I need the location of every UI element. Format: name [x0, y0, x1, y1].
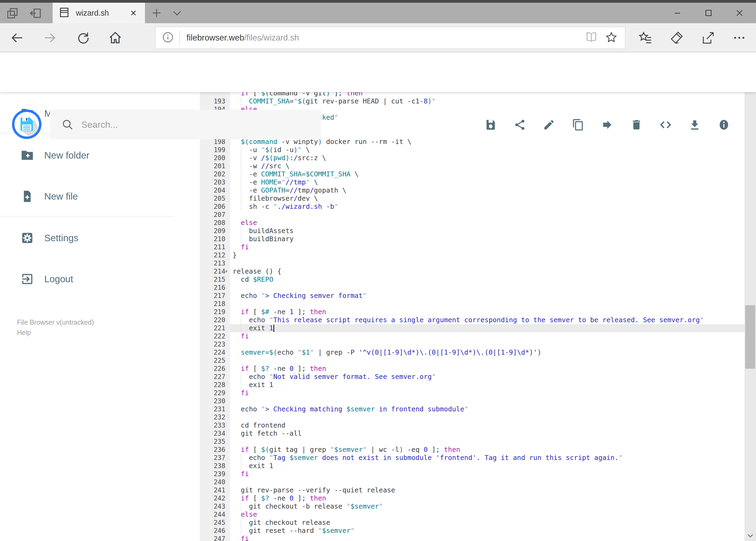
code-line[interactable]: 245 git checkout release	[200, 519, 744, 527]
code-line[interactable]: 239 fi	[200, 470, 744, 478]
code-editor[interactable]: if [ $(command -v git) ]; then193 COMMIT…	[200, 92, 744, 541]
maximize-button[interactable]	[694, 3, 723, 23]
site-info-icon[interactable]	[162, 31, 174, 45]
vertical-scrollbar[interactable]	[744, 52, 756, 541]
code-line[interactable]: 204 -e GOPATH=//tmp/gopath \	[200, 186, 744, 195]
code-line[interactable]: 200 -v /$(pwd):/src:z \	[200, 154, 744, 162]
forward-icon[interactable]	[39, 28, 61, 48]
code-line[interactable]: 241 git rev-parse --verify --quiet relea…	[200, 486, 744, 494]
tab-preview-icon[interactable]	[6, 7, 19, 19]
sidebar-item-settings[interactable]: Settings	[0, 225, 189, 251]
back-icon[interactable]	[6, 28, 28, 48]
code-line[interactable]: 207	[200, 211, 744, 219]
code-line[interactable]: 229 fi	[200, 389, 744, 397]
code-line[interactable]: 193 COMMIT_SHA="$(git rev-parse HEAD | c…	[200, 97, 744, 105]
line-number: 242	[200, 494, 225, 502]
code-line[interactable]: 203 -e HOME="//tmp" \	[200, 178, 744, 186]
web-notes-pen-icon[interactable]	[666, 28, 687, 48]
scroll-down-icon[interactable]	[744, 530, 756, 541]
code-text: if [ $? -ne 0 ]; then	[233, 494, 326, 502]
move-button[interactable]	[596, 114, 619, 136]
code-line[interactable]: 244 else	[200, 510, 744, 519]
app-version-text: File Browser v(untracked)	[17, 318, 94, 326]
set-tabs-aside-icon[interactable]	[29, 7, 42, 19]
code-line[interactable]: 208 else	[200, 219, 744, 227]
code-line[interactable]: 223	[200, 340, 744, 348]
code-line[interactable]: 235	[200, 437, 744, 446]
save-button[interactable]	[480, 114, 502, 136]
code-line[interactable]: 211 fi	[200, 243, 744, 251]
code-line[interactable]: 227 echo "Not valid semver format. See s…	[200, 373, 744, 381]
code-line[interactable]: 216	[200, 283, 744, 292]
code-line[interactable]: 201 -w //src \	[200, 162, 744, 170]
info-button[interactable]	[713, 114, 735, 136]
sidebar-item-new-folder[interactable]: New folder	[0, 142, 189, 168]
browser-tab[interactable]: wizard.sh ✕	[53, 3, 145, 23]
search-box[interactable]	[50, 110, 321, 139]
code-line[interactable]: 224 semver=$(echo "$1" | grep -P '^v(0|[…	[200, 348, 744, 356]
sidebar-item-new-file[interactable]: New file	[0, 184, 189, 209]
line-number: 237	[200, 454, 225, 462]
tab-list-chevron-icon[interactable]	[167, 3, 187, 23]
code-line[interactable]: 205 filebrowser/dev \	[200, 195, 744, 203]
code-line[interactable]: 238 exit 1	[200, 462, 744, 470]
code-line[interactable]: 209 buildAssets	[200, 227, 744, 235]
code-text: git reset --hard "$semver"	[233, 527, 355, 535]
code-line[interactable]: 219 if [ $# -ne 1 ]; then	[200, 308, 744, 316]
file-browser-logo[interactable]	[12, 109, 42, 139]
code-line[interactable]: 228 exit 1	[200, 381, 744, 389]
code-line[interactable]: 221 exit 1	[200, 324, 744, 332]
refresh-icon[interactable]	[72, 28, 94, 48]
code-line[interactable]: 230	[200, 397, 744, 405]
search-input[interactable]	[81, 119, 297, 130]
code-line[interactable]: 231 echo "> Checking matching $semver in…	[200, 405, 744, 413]
code-line[interactable]: 233 cd frontend	[200, 421, 744, 429]
fold-arrow-icon[interactable]: ▾	[225, 268, 227, 275]
code-line[interactable]: 243 git checkout -b release "$semver"	[200, 502, 744, 510]
line-number: 212	[200, 251, 225, 259]
delete-button[interactable]	[626, 114, 647, 136]
code-line[interactable]: 214▾release () {	[200, 268, 744, 275]
code-line[interactable]: 237 echo "Tag $semver does not exist in …	[200, 454, 744, 462]
more-options-icon[interactable]	[729, 28, 750, 48]
code-line[interactable]: 232	[200, 413, 744, 421]
sidebar-item-logout[interactable]: Logout	[0, 266, 189, 292]
code-line[interactable]: 246 git reset --hard "$semver"	[200, 527, 744, 535]
code-line[interactable]: 202 -e COMMIT_SHA=$COMMIT_SHA \	[200, 170, 744, 178]
tab-close-icon[interactable]: ✕	[128, 8, 139, 18]
share-button[interactable]	[509, 114, 531, 136]
code-line[interactable]: 236 if [ $(git tag | grep "$semver" | wc…	[200, 446, 744, 454]
help-link[interactable]: Help	[17, 329, 31, 336]
code-line[interactable]: 242 if [ $? -ne 0 ]; then	[200, 494, 744, 502]
copy-button[interactable]	[567, 114, 589, 136]
code-line[interactable]: 247 fi	[200, 535, 744, 541]
raw-code-button[interactable]	[654, 114, 677, 136]
code-line[interactable]: 225	[200, 356, 744, 365]
code-line[interactable]: 240	[200, 478, 744, 486]
share-page-icon[interactable]	[697, 28, 718, 48]
reading-view-icon[interactable]	[585, 31, 598, 45]
code-line[interactable]: 210 buildBinary	[200, 235, 744, 243]
code-line[interactable]: 213	[200, 259, 744, 268]
edit-button[interactable]	[538, 114, 560, 136]
code-line[interactable]: 220 echo "This release script requires a…	[200, 316, 744, 324]
code-line[interactable]: 218	[200, 300, 744, 308]
code-line[interactable]: 199 -u "$(id -u)" \	[200, 146, 744, 154]
minimize-button[interactable]	[662, 3, 692, 23]
home-icon[interactable]	[105, 28, 126, 48]
favorite-star-icon[interactable]	[605, 31, 618, 45]
code-line[interactable]: 215 cd $REPO	[200, 275, 744, 283]
code-line[interactable]: 234 git fetch --all	[200, 429, 744, 437]
download-button[interactable]	[684, 114, 706, 136]
code-line[interactable]: 226 if [ $? -ne 0 ]; then	[200, 365, 744, 373]
code-line[interactable]: 212}	[200, 251, 744, 259]
close-window-button[interactable]	[725, 3, 754, 23]
code-line[interactable]: 206 sh -c "./wizard.sh -b"	[200, 203, 744, 211]
scrollbar-thumb[interactable]	[745, 305, 755, 369]
code-line[interactable]: 222 fi	[200, 332, 744, 340]
new-tab-button[interactable]	[146, 3, 167, 23]
url-field[interactable]: filebrowser.web/files/wizard.sh	[155, 27, 626, 49]
code-line[interactable]: if [ $(command -v git) ]; then	[200, 92, 744, 97]
code-line[interactable]: 217 echo "> Checking semver format"	[200, 292, 744, 300]
favorites-hub-icon[interactable]	[635, 28, 656, 48]
